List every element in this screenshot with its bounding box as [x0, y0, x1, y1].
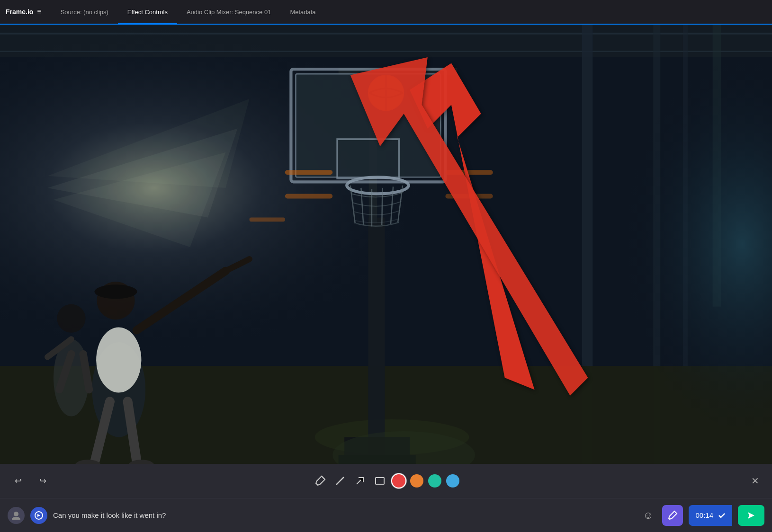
video-frame	[0, 25, 772, 464]
timestamp-area: 00:14	[689, 505, 732, 526]
tools-center	[313, 473, 459, 488]
svg-rect-58	[376, 478, 384, 484]
brand-area: Frame.io ≡	[6, 8, 51, 16]
svg-rect-52	[475, 25, 772, 464]
svg-rect-48	[285, 194, 332, 198]
tab-bar: Frame.io ≡ Source: (no clips) Effect Con…	[0, 0, 772, 25]
svg-point-15	[96, 328, 141, 393]
comment-text: Can you make it look like it went in?	[53, 511, 634, 519]
svg-line-56	[336, 477, 344, 485]
line-tool[interactable]	[332, 473, 348, 488]
tab-metadata[interactable]: Metadata	[280, 0, 325, 24]
draw-button[interactable]	[662, 505, 683, 526]
svg-point-25	[57, 304, 85, 333]
timestamp-button[interactable]: 00:14	[689, 505, 732, 526]
redo-button[interactable]: ↪	[34, 472, 51, 489]
color-teal[interactable]	[428, 474, 441, 488]
emoji-button[interactable]: ☺	[639, 507, 656, 524]
color-red[interactable]	[392, 474, 405, 488]
send-button[interactable]	[738, 505, 764, 526]
tab-audio-clip-mixer[interactable]: Audio Clip Mixer: Sequence 01	[177, 0, 281, 24]
frameio-icon	[30, 507, 47, 524]
close-button[interactable]: ✕	[747, 473, 763, 488]
emoji-icon: ☺	[643, 509, 653, 522]
color-orange[interactable]	[410, 474, 423, 488]
svg-marker-61	[748, 512, 754, 519]
svg-point-17	[94, 284, 137, 299]
svg-line-55	[322, 476, 325, 479]
svg-line-41	[382, 188, 382, 225]
color-blue[interactable]	[446, 474, 459, 488]
brand-logo[interactable]: Frame.io	[6, 8, 33, 16]
undo-icon: ↩	[15, 476, 22, 486]
rectangle-tool[interactable]	[372, 473, 387, 488]
undo-button[interactable]: ↩	[9, 472, 27, 489]
annotation-toolbar: ↩ ↪	[0, 464, 772, 498]
menu-icon[interactable]: ≡	[37, 8, 41, 16]
checkmark-icon	[718, 512, 726, 519]
timestamp-value: 00:14	[695, 511, 713, 519]
tab-source[interactable]: Source: (no clips)	[51, 0, 118, 24]
send-icon	[746, 510, 756, 521]
scene-svg	[0, 25, 772, 464]
comment-bar: Can you make it look like it went in? ☺ …	[0, 498, 772, 532]
arrow-tool[interactable]	[352, 473, 368, 488]
user-avatar	[8, 507, 25, 524]
svg-rect-47	[285, 170, 332, 175]
redo-icon: ↪	[39, 476, 46, 486]
svg-rect-49	[250, 218, 285, 222]
svg-rect-29	[368, 218, 385, 455]
svg-point-59	[14, 512, 18, 516]
close-icon: ✕	[751, 475, 759, 487]
video-container	[0, 25, 772, 464]
pencil-tool[interactable]	[313, 473, 328, 488]
tab-effect-controls[interactable]: Effect Controls	[118, 0, 177, 24]
